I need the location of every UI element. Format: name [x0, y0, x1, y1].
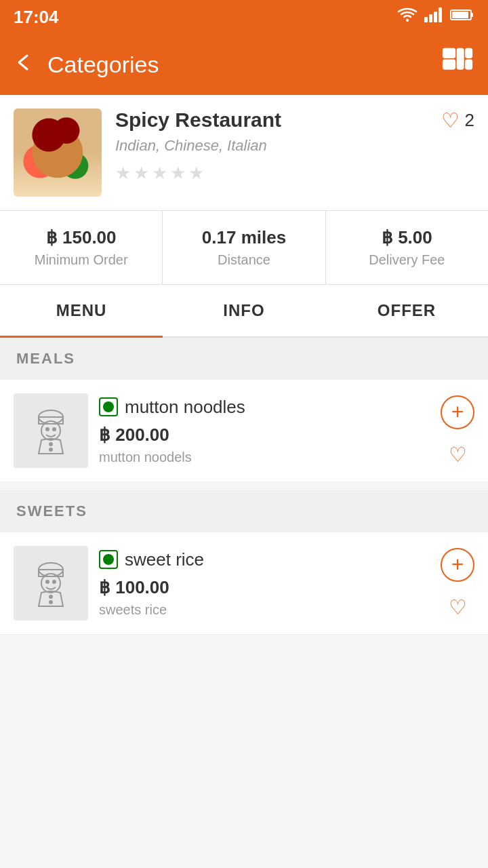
food-image-placeholder — [14, 108, 102, 197]
categories-grid-icon[interactable] — [441, 46, 474, 83]
veg-dot-inner — [103, 401, 114, 412]
restaurant-cuisine: Indian, Chinese, Italian — [115, 137, 281, 155]
wifi-icon — [397, 7, 418, 26]
signal-icon — [424, 7, 443, 26]
restaurant-top: Spicy Restaurant Indian, Chinese, Italia… — [115, 108, 474, 163]
header: Categories — [0, 34, 488, 95]
favorite-heart-icon[interactable]: ♡ — [441, 108, 460, 132]
item-name-row-sweet-rice: sweet rice — [99, 549, 430, 570]
item-name-row: mutton noodles — [99, 397, 430, 418]
restaurant-name-cuisine: Spicy Restaurant Indian, Chinese, Italia… — [115, 108, 281, 163]
min-order-value: ฿ 150.00 — [7, 227, 155, 248]
svg-point-25 — [49, 595, 52, 598]
distance-label: Distance — [169, 252, 318, 268]
item-price-mutton-noodles: ฿ 200.00 — [99, 425, 430, 446]
svg-point-23 — [46, 580, 49, 583]
item-desc-mutton-noodles: mutton noodels — [99, 450, 430, 465]
add-button-sweet-rice[interactable]: + — [441, 548, 474, 582]
restaurant-name: Spicy Restaurant — [115, 108, 281, 132]
min-order-label: Minimum Order — [7, 252, 155, 268]
menu-item-mutton-noodles: mutton noodles ฿ 200.00 mutton noodels +… — [0, 380, 488, 482]
item-price-sweet-rice: ฿ 100.00 — [99, 577, 430, 598]
item-image-sweet-rice — [14, 546, 88, 620]
svg-rect-8 — [443, 49, 455, 58]
section-sweets-header: SWEETS — [0, 490, 488, 532]
delivery-fee-value: ฿ 5.00 — [333, 227, 481, 248]
item-actions-sweet-rice: + ♡ — [441, 548, 474, 619]
svg-rect-9 — [443, 60, 455, 68]
item-actions-mutton-noodles: + ♡ — [441, 395, 474, 467]
stat-delivery-fee: ฿ 5.00 Delivery Fee — [326, 211, 488, 284]
svg-rect-2 — [429, 14, 432, 22]
status-bar: 17:04 — [0, 0, 488, 34]
stat-distance: 0.17 miles Distance — [163, 211, 325, 284]
status-time: 17:04 — [14, 7, 59, 28]
back-button[interactable] — [14, 50, 34, 79]
chef-icon-2 — [24, 555, 78, 612]
stats-row: ฿ 150.00 Minimum Order 0.17 miles Distan… — [0, 211, 488, 285]
distance-value: 0.17 miles — [169, 227, 318, 248]
svg-point-0 — [406, 19, 409, 22]
svg-rect-7 — [452, 12, 468, 18]
section-meals-header: MEALS — [0, 338, 488, 380]
stars-container: ★ ★ ★ ★ ★ — [115, 163, 204, 184]
tab-menu[interactable]: MENU — [0, 285, 163, 336]
favorite-button-sweet-rice[interactable]: ♡ — [449, 595, 467, 619]
svg-rect-1 — [424, 17, 428, 22]
restaurant-info: Spicy Restaurant Indian, Chinese, Italia… — [115, 108, 474, 184]
favorite-section[interactable]: ♡ 2 — [441, 108, 474, 132]
item-image-mutton-noodles — [14, 393, 88, 468]
item-name-sweet-rice: sweet rice — [125, 549, 204, 570]
veg-indicator — [99, 397, 118, 416]
restaurant-card: Spicy Restaurant Indian, Chinese, Italia… — [0, 95, 488, 211]
star-1: ★ — [115, 163, 131, 184]
svg-point-18 — [49, 443, 52, 446]
star-2: ★ — [134, 163, 149, 184]
tab-info[interactable]: INFO — [163, 285, 325, 336]
item-desc-sweet-rice: sweets rice — [99, 602, 430, 618]
svg-rect-4 — [439, 7, 442, 22]
svg-rect-6 — [471, 13, 473, 17]
svg-rect-10 — [458, 49, 463, 68]
svg-rect-12 — [466, 60, 472, 68]
star-5: ★ — [188, 163, 204, 184]
menu-item-sweet-rice: sweet rice ฿ 100.00 sweets rice + ♡ — [0, 532, 488, 635]
section-gap — [0, 482, 488, 490]
header-left: Categories — [14, 50, 159, 79]
stat-min-order: ฿ 150.00 Minimum Order — [0, 211, 163, 284]
add-button-mutton-noodles[interactable]: + — [441, 395, 474, 429]
chef-icon — [24, 402, 78, 459]
header-title: Categories — [47, 52, 159, 78]
restaurant-image — [14, 108, 102, 197]
star-3: ★ — [152, 163, 167, 184]
delivery-fee-label: Delivery Fee — [333, 252, 481, 268]
battery-icon — [450, 8, 474, 26]
item-details-mutton-noodles: mutton noodles ฿ 200.00 mutton noodels — [99, 397, 430, 465]
favorite-button-mutton-noodles[interactable]: ♡ — [449, 443, 467, 467]
svg-rect-3 — [434, 12, 437, 22]
status-icons — [397, 7, 474, 26]
item-name-mutton-noodles: mutton noodles — [125, 397, 245, 418]
svg-point-24 — [53, 580, 56, 583]
favorite-count: 2 — [465, 110, 474, 131]
restaurant-rating: ★ ★ ★ ★ ★ — [115, 163, 474, 184]
tabs-container: MENU INFO OFFER — [0, 285, 488, 338]
tab-offer[interactable]: OFFER — [325, 285, 488, 336]
star-4: ★ — [170, 163, 186, 184]
veg-indicator-sweet-rice — [99, 550, 118, 569]
svg-point-19 — [49, 448, 52, 451]
svg-point-16 — [46, 428, 49, 431]
veg-dot-inner-sweet-rice — [103, 554, 114, 565]
svg-point-26 — [49, 601, 52, 604]
svg-rect-11 — [466, 49, 472, 58]
item-details-sweet-rice: sweet rice ฿ 100.00 sweets rice — [99, 549, 430, 618]
svg-point-17 — [53, 428, 56, 431]
